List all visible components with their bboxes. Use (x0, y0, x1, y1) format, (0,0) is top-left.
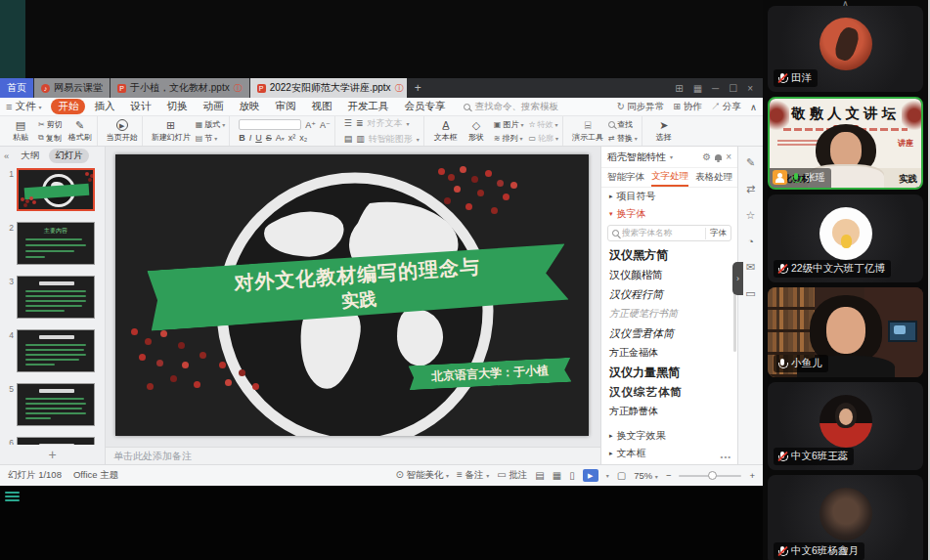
format-painter-button[interactable]: ✎格式刷 (67, 120, 93, 143)
align-text-button[interactable]: 对齐文本 (367, 117, 402, 130)
sync-icon[interactable]: ⇄ (746, 183, 755, 195)
zoom-in-button[interactable]: + (749, 470, 755, 481)
scroll-down-chevron[interactable]: ∨ (841, 544, 849, 557)
participant-tile-zhangyao[interactable]: 敬敷人文讲坛 讲座 文化教材 实践 张瑶 (768, 97, 923, 190)
section-text-box[interactable]: ▸文本框 (601, 445, 737, 462)
font-filter-dropdown[interactable]: 字体 (705, 228, 727, 239)
menu-item-transition[interactable]: 切换 (159, 99, 194, 114)
font-option[interactable]: 汉仪黑方简 (609, 245, 730, 265)
participant-tile-wangrui[interactable]: 中文6班王蕊 (768, 382, 923, 470)
section-change-font[interactable]: ▾换字体 (601, 205, 737, 223)
history-icon[interactable]: ◔ (747, 236, 754, 247)
superscript-button[interactable]: x² (288, 133, 296, 143)
tab-outline[interactable]: 大纲 (15, 149, 45, 163)
cut-button[interactable]: ✂剪切 (38, 119, 63, 130)
fit-window-icon[interactable]: ▢ (617, 470, 626, 481)
slide-thumbnail-4[interactable] (17, 329, 95, 372)
font-color-button[interactable]: A▾ (276, 133, 285, 143)
underline-button[interactable]: U (255, 133, 262, 143)
font-option[interactable]: 汉仪雪君体简 (609, 323, 730, 343)
share-button[interactable]: ↗ 分享 (711, 101, 741, 113)
notes-toggle-button[interactable]: ≡ 备注 ▾ (457, 469, 489, 482)
bell-icon[interactable] (715, 154, 722, 160)
participant-tile-tianyang[interactable]: 田洋 (768, 6, 923, 92)
tab-slides[interactable]: 幻灯片 (49, 149, 89, 163)
new-tab-button[interactable]: + (407, 78, 429, 98)
font-option[interactable]: 汉仪综艺体简 (609, 382, 730, 402)
align-left-icon[interactable]: ▤ (344, 134, 353, 144)
tab-home[interactable]: 首页 (0, 78, 33, 98)
tab-smart-fonts[interactable]: 智能字体 (607, 169, 644, 186)
italic-button[interactable]: I (249, 133, 252, 143)
font-option[interactable]: 方正金福体 (609, 343, 730, 363)
grid-view-icon[interactable]: ▦ (693, 83, 702, 94)
smart-graphic-button[interactable]: 转智能图形 (369, 133, 413, 146)
presentation-tools-button[interactable]: ⌸演示工具 (572, 120, 603, 143)
play-options-caret[interactable]: ▾ (606, 472, 609, 479)
menu-item-home[interactable]: 开始 (51, 99, 85, 114)
find-button[interactable]: 查找 (608, 119, 638, 130)
menu-item-design[interactable]: 设计 (123, 99, 157, 114)
participant-tile-xiaoyuer[interactable]: 小鱼儿 (768, 287, 923, 377)
font-search-box[interactable]: 搜索字体名称 字体 (607, 225, 731, 241)
section-button[interactable]: ▤节▾ (196, 133, 226, 144)
text-box-button[interactable]: A̲文本框 (433, 120, 459, 143)
tab-netease[interactable]: ♪ 网易云课堂 (34, 78, 110, 98)
chat-icon[interactable]: ▭ (745, 287, 755, 300)
font-option[interactable]: 汉仪程行简 (609, 284, 730, 304)
tab-doc-1[interactable]: P 于小植，文化教材.pptx ⓘ (111, 78, 249, 98)
menu-item-view[interactable]: 视图 (304, 99, 338, 114)
smart-beautify-button[interactable]: ⊙ 智能美化 ▾ (395, 469, 449, 482)
font-option[interactable]: 方正静蕾体 (609, 402, 730, 421)
command-search[interactable]: 查找命令、搜索模板 (464, 101, 558, 113)
play-from-current-button[interactable]: ▶当页开始 (107, 119, 138, 143)
number-list-icon[interactable]: ≣ (356, 118, 364, 128)
comments-button[interactable]: ▭ 批注 (497, 469, 527, 482)
menu-item-insert[interactable]: 插入 (87, 99, 121, 114)
zoom-slider-knob[interactable] (708, 471, 717, 480)
font-decrease-button[interactable]: A⁻ (320, 120, 331, 130)
menu-item-slideshow[interactable]: 放映 (232, 99, 266, 114)
slide-thumbnail-3[interactable] (17, 276, 95, 319)
reading-view-icon[interactable]: ▯ (569, 470, 575, 481)
layout-button[interactable]: ▦版式▾ (196, 119, 226, 130)
arrange-button[interactable]: ≋排列▾ (494, 133, 524, 144)
font-family-box[interactable] (239, 119, 301, 130)
meeting-toolbar-menu-icon[interactable] (5, 492, 20, 503)
participant-tile-dingyibo[interactable]: 22级中文六班丁亿博 (768, 194, 923, 282)
slide-thumbnail-6[interactable] (17, 437, 95, 445)
normal-view-icon[interactable]: ▤ (535, 470, 544, 481)
section-text-effects[interactable]: ▸换文字效果 (601, 427, 737, 445)
replace-button[interactable]: ⇄替换▾ (608, 133, 638, 144)
maximize-button[interactable]: ☐ (729, 83, 737, 94)
image-button[interactable]: ▣图片▾ (494, 119, 524, 130)
close-button[interactable]: × (747, 83, 753, 94)
copy-button[interactable]: ⧉复制 (38, 133, 63, 144)
collapse-panel-icon[interactable]: « (4, 151, 9, 161)
gear-icon[interactable]: ⚙ (702, 151, 711, 162)
align-center-icon[interactable]: ▥ (356, 134, 365, 144)
menu-item-review[interactable]: 审阅 (268, 99, 302, 114)
add-slide-button[interactable]: + (0, 445, 105, 464)
slide-thumbnail-2[interactable]: 主要内容 (17, 222, 95, 265)
zoom-level[interactable]: 75% ▾ (634, 470, 658, 481)
current-slide[interactable]: 对外文化教材编写的理念与 实践 北京语言大学：于小植 (115, 154, 589, 436)
menu-item-animation[interactable]: 动画 (196, 99, 230, 114)
paste-button[interactable]: ▤粘贴 (8, 120, 33, 143)
font-option[interactable]: 汉仪力量黑简 (609, 363, 730, 382)
mail-icon[interactable]: ✉ (746, 261, 755, 274)
collapse-ribbon-icon[interactable]: ∧ (750, 102, 757, 112)
file-menu[interactable]: ≡ 文件 ▾ (6, 100, 41, 113)
bullet-list-icon[interactable]: ☰ (344, 118, 352, 128)
more-options[interactable]: ••• (721, 452, 731, 461)
menu-item-membership[interactable]: 会员专享 (397, 99, 452, 114)
new-slide-button[interactable]: ⊞新建幻灯片 (152, 120, 191, 143)
strikethrough-button[interactable]: S (266, 133, 272, 143)
close-panel-icon[interactable]: × (726, 151, 731, 162)
notes-bar[interactable]: 单击此处添加备注 (106, 447, 600, 464)
sync-status[interactable]: ↻ 同步异常 (617, 101, 665, 113)
select-button[interactable]: ➤选择 (651, 120, 677, 143)
tab-text-processing[interactable]: 文字处理 (651, 168, 688, 187)
favorites-icon[interactable]: ☆ (746, 209, 756, 222)
skin-icon[interactable]: ✎ (746, 156, 755, 169)
